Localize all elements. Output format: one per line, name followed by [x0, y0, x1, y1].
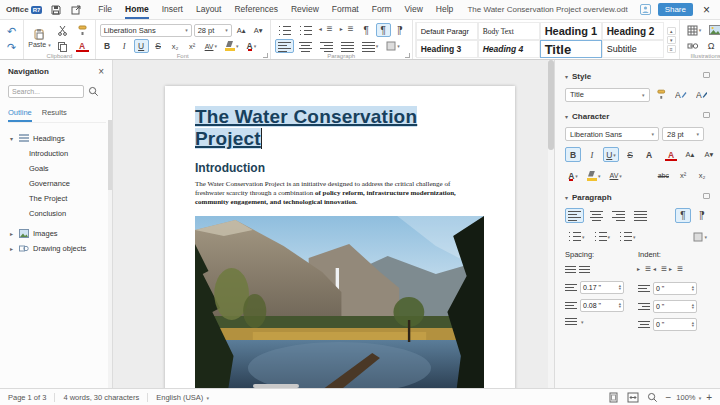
letter-spacing-button[interactable]: AV▾ [202, 39, 220, 53]
tab-results[interactable]: Results [42, 106, 67, 122]
navigation-search-input[interactable] [8, 85, 84, 98]
doc-landscape-image[interactable] [195, 216, 484, 388]
style-subtitle[interactable]: Subtitle [602, 40, 664, 58]
superscript-button[interactable]: x² [185, 39, 200, 53]
document-area[interactable]: The Water Conservation Project Introduct… [113, 60, 554, 388]
redo-button[interactable]: ↷ [4, 41, 19, 55]
paragraph-section-chevron-icon[interactable]: ▾ [565, 194, 568, 201]
navigation-close-icon[interactable]: × [96, 66, 106, 77]
cut-button[interactable] [54, 23, 71, 37]
character-section-chevron-icon[interactable]: ▾ [565, 113, 568, 120]
indent-firstline-spinner[interactable]: 0 "▴▾ [638, 318, 697, 331]
subscript-button[interactable]: x₂ [168, 39, 183, 53]
panel-highlight-button[interactable]: ▾ [584, 168, 604, 183]
share-button[interactable]: Share [658, 3, 693, 17]
style-heading2[interactable]: Heading 2 [602, 22, 664, 40]
font-color-button[interactable]: A▾ [244, 39, 260, 53]
menu-form[interactable]: Form [372, 1, 392, 19]
zoom-out-icon[interactable]: − [666, 392, 672, 403]
increase-indent-button[interactable] [338, 23, 357, 37]
style-body-text[interactable]: Body Text [478, 22, 540, 40]
style-select[interactable]: Title▾ [565, 88, 650, 102]
panel-subscript-button[interactable]: x₂ [694, 168, 710, 183]
nonprinting-chars-button[interactable]: ¶ [359, 23, 374, 37]
language-selector[interactable]: English (USA) ▾ [156, 393, 209, 402]
style-title[interactable]: Title [540, 40, 602, 58]
font-size-select[interactable]: 28 pt▾ [194, 24, 232, 37]
panel-justify-button[interactable] [631, 208, 650, 223]
tree-item-governance[interactable]: Governance [8, 176, 106, 191]
zoom-level[interactable]: 100% ▾ [676, 393, 701, 402]
copy-button[interactable] [54, 39, 71, 53]
save-icon[interactable] [50, 4, 62, 16]
panel-underline-button[interactable]: U▾ [603, 147, 619, 162]
panel-strikethrough-button[interactable]: S [622, 147, 638, 162]
panel-align-right-button[interactable] [609, 208, 628, 223]
chevron-down-icon[interactable]: ▾ [8, 135, 15, 142]
word-count[interactable]: 4 words, 30 characters [63, 393, 139, 402]
indent-increase-icon[interactable] [638, 265, 651, 276]
style-dialog-launcher[interactable] [703, 72, 710, 78]
style-default-paragraph[interactable]: Default Paragr [416, 22, 478, 40]
panel-font-name-select[interactable]: Liberation Sans▾ [565, 127, 659, 141]
paste-button[interactable]: Paste ▾ [28, 23, 50, 53]
line-spacing-panel-icon[interactable] [565, 317, 577, 327]
menu-references[interactable]: References [234, 1, 277, 19]
panel-numbering-button[interactable]: ▾ [591, 229, 614, 244]
tab-outline[interactable]: Outline [8, 106, 32, 122]
add-space-after-icon[interactable] [579, 265, 590, 275]
decrease-font-icon[interactable]: A▾ [251, 23, 266, 37]
panel-shading-button[interactable]: ▾ [690, 229, 710, 244]
bold-button[interactable]: B [100, 39, 115, 53]
tree-item-introduction[interactable]: Introduction [8, 146, 106, 161]
gallery-up-icon[interactable]: ▴ [667, 27, 676, 35]
tree-headings[interactable]: ▾ Headings [8, 131, 106, 146]
panel-clear-style-button[interactable]: A [663, 147, 679, 162]
panel-small-caps-button[interactable]: abc [655, 168, 672, 183]
new-style-button[interactable]: A [693, 87, 710, 102]
page-indicator[interactable]: Page 1 of 3 [8, 393, 46, 402]
panel-caps-button[interactable]: A [641, 147, 657, 162]
menu-insert[interactable]: Insert [162, 1, 183, 19]
indent-left-spinner[interactable]: 0 "▴▾ [638, 282, 697, 295]
panel-bold-button[interactable]: B [565, 147, 581, 162]
panel-increase-font-button[interactable]: A▴ [682, 147, 698, 162]
panel-decrease-font-button[interactable]: A▾ [701, 147, 717, 162]
bullets-button[interactable] [275, 23, 294, 37]
decrease-indent-button[interactable] [317, 23, 336, 37]
tree-item-the-project[interactable]: The Project [8, 191, 106, 206]
panel-align-center-button[interactable] [587, 208, 606, 223]
font-name-select[interactable]: Liberation Sans▾ [100, 24, 192, 37]
spacing-before-spinner[interactable]: 0.17 "▴▾ [565, 281, 624, 294]
gallery-down-icon[interactable]: ▾ [667, 36, 676, 44]
tree-item-goals[interactable]: Goals [8, 161, 106, 176]
fit-page-icon[interactable] [608, 392, 619, 403]
document-page[interactable]: The Water Conservation Project Introduct… [165, 86, 515, 388]
gallery-expand-icon[interactable]: ≡ [667, 45, 676, 53]
menu-home[interactable]: Home [125, 1, 149, 19]
ltr-direction-button[interactable]: ¶ [376, 23, 391, 37]
menu-view[interactable]: View [405, 1, 423, 19]
indent-right-spinner[interactable]: 0 "▴▾ [638, 300, 697, 313]
insert-symbol-button[interactable]: Ω [704, 39, 719, 53]
add-space-before-icon[interactable] [565, 265, 576, 275]
chevron-right-icon[interactable]: ▸ [8, 230, 15, 237]
panel-italic-button[interactable]: I [584, 147, 600, 162]
style-painter-button[interactable] [653, 87, 670, 102]
justify-button[interactable] [338, 39, 357, 53]
navigation-search-icon[interactable] [88, 86, 99, 97]
indent-first-line-icon[interactable] [670, 265, 683, 276]
strikethrough-button[interactable]: S [151, 39, 166, 53]
align-center-button[interactable] [296, 39, 315, 53]
panel-superscript-button[interactable]: x² [675, 168, 691, 183]
numbering-button[interactable] [296, 23, 315, 37]
panel-align-left-button[interactable] [565, 208, 584, 223]
doc-heading-introduction[interactable]: Introduction [195, 161, 485, 175]
zoom-icon[interactable] [647, 392, 658, 403]
paragraph-shading-button[interactable]: ▾ [383, 39, 403, 53]
fit-width-icon[interactable] [627, 392, 639, 403]
menu-format[interactable]: Format [332, 1, 359, 19]
doc-paragraph[interactable]: The Water Conservation Project is an ini… [195, 180, 463, 207]
highlight-color-button[interactable]: ▾ [222, 39, 242, 53]
document-horizontal-scrollbar[interactable] [253, 384, 299, 388]
